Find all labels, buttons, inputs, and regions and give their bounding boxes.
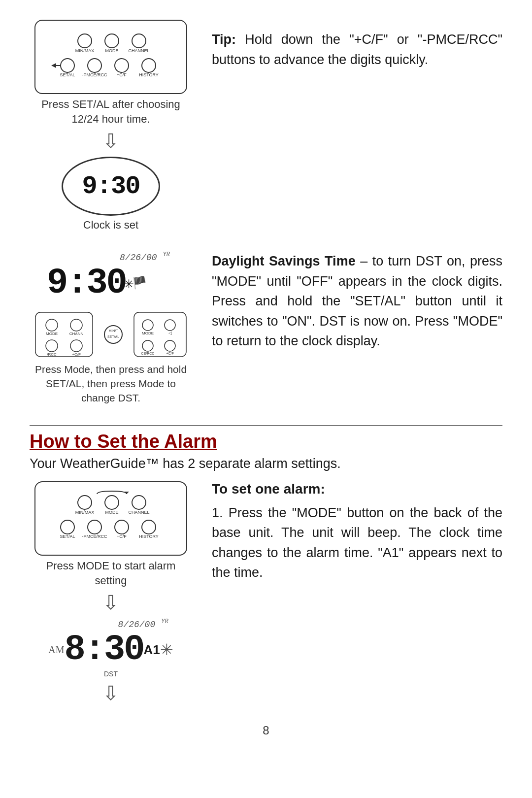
- alarm-am-label: AM: [48, 644, 64, 656]
- alarm-press-caption2: setting: [95, 574, 127, 587]
- svg-point-46: [142, 520, 156, 534]
- svg-point-30: [165, 320, 175, 331]
- svg-point-17: [46, 319, 58, 331]
- dst-clock-time: 9:30: [47, 263, 126, 303]
- svg-marker-52: [124, 492, 129, 494]
- section-alarm-body: MIN/MAX MODE CHANNEL SET/AL -PMCE/RCC +C…: [30, 481, 502, 709]
- svg-marker-15: [51, 63, 56, 68]
- keyboard-diagram-alarm: MIN/MAX MODE CHANNEL SET/AL -PMCE/RCC +C…: [34, 481, 187, 556]
- right-column-dst: Daylight Savings Time – to turn DST on, …: [212, 251, 502, 351]
- svg-point-1: [105, 34, 119, 48]
- svg-text:MODE: MODE: [105, 48, 119, 53]
- svg-point-39: [132, 496, 146, 509]
- svg-text:-PMCE/RCC: -PMCE/RCC: [82, 534, 107, 539]
- tip-bold: Tip:: [212, 32, 236, 47]
- svg-point-45: [115, 520, 129, 534]
- svg-text:+C/F: +C/F: [72, 352, 81, 357]
- svg-text:MIN/MAX: MIN/MAX: [75, 48, 95, 53]
- dst-text: Daylight Savings Time – to turn DST on, …: [212, 251, 502, 351]
- alarm-step1: 1. Press the "MODE" button on the back o…: [212, 503, 502, 583]
- dst-title-bold: Daylight Savings Time: [212, 254, 356, 268]
- dst-time-row: 9:30 ✳ 🏴: [47, 263, 175, 303]
- svg-text:+C/F: +C/F: [117, 534, 127, 539]
- svg-point-25: [104, 326, 122, 343]
- svg-text:+C/F: +C/F: [166, 352, 173, 355]
- svg-rect-16: [35, 312, 93, 357]
- left-column-dst: 8/26/00 YR 9:30 ✳ 🏴 MODE CHANN: [30, 251, 192, 405]
- svg-point-8: [115, 59, 129, 72]
- svg-point-6: [61, 59, 74, 72]
- alarm-clock-time: 8:30: [65, 630, 144, 670]
- page-content: MIN/MAX MODE CHANNEL SET/AL -PMCE/RCC +C…: [30, 20, 502, 737]
- svg-text:MODE: MODE: [142, 331, 154, 335]
- clock-time-top: 9:30: [82, 172, 140, 201]
- alarm-date-yr: YR: [161, 618, 168, 625]
- svg-point-44: [88, 520, 101, 534]
- dst-right-keyboard: MODE ◁ CE/RCC +C/F: [133, 311, 187, 358]
- right-column-top: Tip: Hold down the "+C/F" or "-PMCE/RCC"…: [212, 20, 502, 69]
- svg-text:CE/RCC: CE/RCC: [141, 352, 155, 355]
- svg-text:/RCC: /RCC: [47, 352, 57, 357]
- alarm-clock-wrapper: 8/26/00 YR AM 8:30 A1 ✳ DST: [48, 618, 173, 678]
- right-column-alarm: To set one alarm: 1. Press the "MODE" bu…: [212, 481, 502, 583]
- alarm-burst-icon: ✳: [160, 640, 173, 659]
- svg-text:CHANNEL: CHANNEL: [128, 48, 149, 53]
- svg-point-9: [142, 59, 156, 72]
- alarm-step1-text: Press the "MODE" button on the back of t…: [212, 505, 502, 580]
- svg-point-18: [70, 319, 82, 331]
- svg-text:HISTORY: HISTORY: [139, 534, 159, 539]
- section-top: MIN/MAX MODE CHANNEL SET/AL -PMCE/RCC +C…: [30, 20, 502, 232]
- left-column-top: MIN/MAX MODE CHANNEL SET/AL -PMCE/RCC +C…: [30, 20, 192, 232]
- page-number: 8: [30, 724, 502, 737]
- caption-set-al2: 12/24 hour time.: [72, 113, 150, 126]
- svg-text:MODE: MODE: [46, 332, 58, 336]
- clock-is-set-caption: Clock is set: [83, 219, 138, 232]
- dst-buttons-row: MODE CHANN /RCC +C/F MIN/T SET/AL: [34, 311, 187, 358]
- svg-text:◁: ◁: [168, 331, 172, 335]
- svg-text:SET/AL: SET/AL: [60, 72, 75, 77]
- svg-text:-PMCE/RCC: -PMCE/RCC: [82, 72, 107, 77]
- svg-point-7: [88, 59, 101, 72]
- svg-point-34: [165, 340, 175, 351]
- alarm-date-display: 8/26/00 YR: [48, 618, 173, 630]
- svg-point-21: [46, 340, 58, 352]
- caption-set-al: Press SET/AL after choosing: [41, 98, 180, 111]
- alarm-header-row: How to Set the Alarm: [30, 425, 502, 452]
- alarm-time-row: AM 8:30 A1 ✳: [48, 630, 173, 670]
- svg-point-2: [132, 34, 146, 48]
- svg-point-37: [78, 496, 92, 509]
- tip-body: Hold down the "+C/F" or "-PMCE/RCC" butt…: [212, 32, 502, 67]
- dst-date: 8/26/00: [120, 253, 157, 263]
- dst-connector: MIN/T SET/AL: [99, 311, 128, 358]
- down-arrow-top: ⇩: [102, 130, 119, 153]
- svg-point-22: [70, 340, 82, 352]
- to-set-one-alarm-heading: To set one alarm:: [212, 481, 502, 497]
- svg-point-33: [142, 340, 153, 351]
- svg-point-38: [105, 496, 119, 509]
- keyboard-diagram-top: MIN/MAX MODE CHANNEL SET/AL -PMCE/RCC +C…: [34, 20, 187, 94]
- dst-clock-container: 8/26/00 YR 9:30 ✳ 🏴: [47, 251, 175, 303]
- alarm-subtitle: Your WeatherGuide™ has 2 separate alarm …: [30, 456, 502, 471]
- clock-display-top: 9:30: [62, 157, 160, 216]
- svg-point-43: [61, 520, 74, 534]
- alarm-dst-label: DST: [48, 670, 173, 678]
- svg-text:SET/AL: SET/AL: [60, 534, 75, 539]
- dst-dash: –: [356, 254, 372, 268]
- dst-left-keyboard: MODE CHANN /RCC +C/F: [34, 311, 94, 358]
- tip-text: Tip: Hold down the "+C/F" or "-PMCE/RCC"…: [212, 30, 502, 69]
- section-dst: 8/26/00 YR 9:30 ✳ 🏴 MODE CHANN: [30, 251, 502, 405]
- svg-point-0: [78, 34, 92, 48]
- svg-text:+C/F: +C/F: [117, 72, 127, 77]
- svg-text:MIN/T: MIN/T: [108, 329, 118, 332]
- svg-text:CHANNEL: CHANNEL: [128, 510, 149, 515]
- alarm-press-caption: Press MODE to start alarm: [46, 560, 176, 572]
- left-column-alarm: MIN/MAX MODE CHANNEL SET/AL -PMCE/RCC +C…: [30, 481, 192, 709]
- alarm-title: How to Set the Alarm: [30, 431, 502, 452]
- alarm-step1-num: 1.: [212, 505, 223, 520]
- svg-text:CHANN: CHANN: [69, 332, 84, 336]
- svg-point-29: [142, 320, 153, 331]
- down-arrow-alarm: ⇩: [102, 591, 119, 614]
- dst-buttons-caption: Press Mode, then press and hold SET/AL, …: [30, 362, 192, 405]
- dst-date-display: 8/26/00 YR: [47, 251, 175, 263]
- dst-burst-icon: ✳: [124, 273, 132, 293]
